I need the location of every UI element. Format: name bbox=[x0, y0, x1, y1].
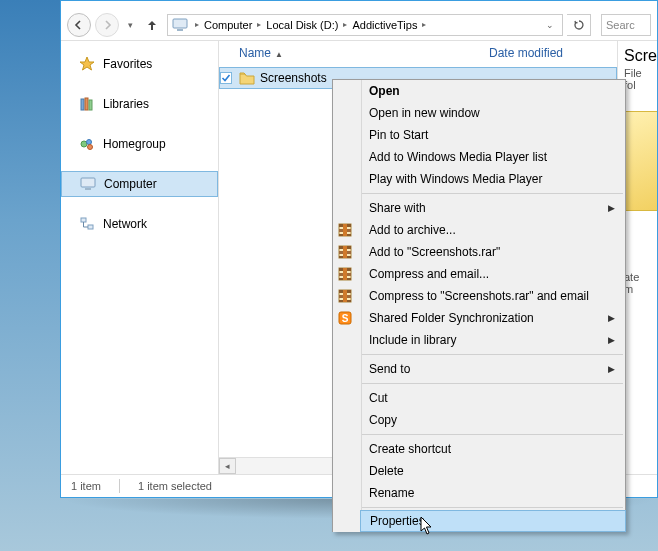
column-headers: Name▲ Date modified bbox=[219, 41, 617, 65]
svg-point-6 bbox=[87, 140, 92, 145]
menu-item-rename[interactable]: Rename bbox=[361, 482, 625, 504]
sidebar-item-label: Network bbox=[103, 217, 147, 231]
menu-item-label: Add to Windows Media Player list bbox=[369, 150, 547, 164]
menu-item-label: Send to bbox=[369, 362, 410, 376]
svg-rect-27 bbox=[343, 268, 347, 280]
history-dropdown[interactable]: ▾ bbox=[123, 20, 137, 30]
sort-indicator-icon: ▲ bbox=[271, 50, 287, 59]
sidebar-item-label: Computer bbox=[104, 177, 157, 191]
menu-item-play-with-windows-media-player[interactable]: Play with Windows Media Player bbox=[361, 168, 625, 190]
svg-rect-22 bbox=[343, 246, 347, 258]
menu-item-label: Share with bbox=[369, 201, 426, 215]
sidebar-item-libraries[interactable]: Libraries bbox=[61, 91, 218, 117]
menu-item-copy[interactable]: Copy bbox=[361, 409, 625, 431]
menu-item-label: Compress and email... bbox=[369, 267, 489, 281]
menu-item-shared-folder-synchronization[interactable]: Shared Folder Synchronization▶S bbox=[361, 307, 625, 329]
svg-rect-32 bbox=[343, 290, 347, 302]
status-selection: 1 item selected bbox=[138, 480, 212, 492]
menu-item-share-with[interactable]: Share with▶ bbox=[361, 197, 625, 219]
refresh-button[interactable] bbox=[567, 14, 591, 36]
sidebar-item-label: Libraries bbox=[103, 97, 149, 111]
menu-item-open[interactable]: Open bbox=[361, 80, 625, 102]
menu-item-label: Open bbox=[369, 84, 400, 98]
svg-rect-1 bbox=[177, 29, 183, 31]
menu-item-include-in-library[interactable]: Include in library▶ bbox=[361, 329, 625, 351]
context-menu: OpenOpen in new windowPin to StartAdd to… bbox=[332, 79, 626, 532]
status-item-count: 1 item bbox=[71, 480, 101, 492]
sidebar-item-computer[interactable]: Computer bbox=[61, 171, 218, 197]
menu-item-label: Add to archive... bbox=[369, 223, 456, 237]
details-thumbnail bbox=[624, 111, 657, 211]
menu-item-compress-and-email[interactable]: Compress and email... bbox=[361, 263, 625, 285]
sidebar-item-network[interactable]: Network bbox=[61, 211, 218, 237]
sidebar-item-homegroup[interactable]: Homegroup bbox=[61, 131, 218, 157]
star-icon bbox=[79, 56, 95, 72]
sidebar-item-label: Favorites bbox=[103, 57, 152, 71]
details-title: Scree bbox=[624, 47, 651, 65]
checkbox[interactable] bbox=[220, 72, 238, 84]
menu-item-add-to-windows-media-player-list[interactable]: Add to Windows Media Player list bbox=[361, 146, 625, 168]
menu-separator bbox=[361, 354, 623, 355]
network-icon bbox=[79, 216, 95, 232]
submenu-arrow-icon: ▶ bbox=[608, 335, 615, 345]
menu-item-label: Include in library bbox=[369, 333, 456, 347]
breadcrumb-computer[interactable]: Computer bbox=[202, 19, 254, 31]
menu-item-open-in-new-window[interactable]: Open in new window bbox=[361, 102, 625, 124]
svg-point-7 bbox=[88, 145, 93, 150]
up-button[interactable] bbox=[141, 14, 163, 36]
column-name[interactable]: Name▲ bbox=[239, 46, 489, 60]
sidebar-item-favorites[interactable]: Favorites bbox=[61, 51, 218, 77]
menu-item-delete[interactable]: Delete bbox=[361, 460, 625, 482]
computer-icon bbox=[172, 17, 188, 33]
menu-separator bbox=[361, 383, 623, 384]
menu-separator bbox=[361, 507, 623, 508]
svg-rect-12 bbox=[221, 73, 232, 84]
chevron-right-icon: ▸ bbox=[340, 20, 350, 29]
menu-item-create-shortcut[interactable]: Create shortcut bbox=[361, 438, 625, 460]
archive-icon bbox=[337, 222, 353, 238]
menu-item-add-to-archive[interactable]: Add to archive... bbox=[361, 219, 625, 241]
svg-text:S: S bbox=[342, 313, 349, 324]
computer-icon bbox=[80, 176, 96, 192]
menu-item-send-to[interactable]: Send to▶ bbox=[361, 358, 625, 380]
menu-item-pin-to-start[interactable]: Pin to Start bbox=[361, 124, 625, 146]
menu-item-cut[interactable]: Cut bbox=[361, 387, 625, 409]
search-input[interactable]: Searc bbox=[601, 14, 651, 36]
address-dropdown[interactable]: ⌄ bbox=[542, 20, 558, 30]
svg-rect-0 bbox=[173, 19, 187, 28]
scroll-left-button[interactable]: ◂ bbox=[219, 458, 236, 474]
address-bar[interactable]: ▸ Computer ▸ Local Disk (D:) ▸ Addictive… bbox=[167, 14, 563, 36]
menu-item-properties[interactable]: Properties bbox=[360, 510, 626, 532]
menu-item-label: Pin to Start bbox=[369, 128, 428, 142]
archive-icon bbox=[337, 288, 353, 304]
column-date[interactable]: Date modified bbox=[489, 46, 563, 60]
svg-rect-3 bbox=[85, 98, 88, 110]
libraries-icon bbox=[79, 96, 95, 112]
menu-item-label: Copy bbox=[369, 413, 397, 427]
sidebar-item-label: Homegroup bbox=[103, 137, 166, 151]
back-button[interactable] bbox=[67, 13, 91, 37]
svg-rect-4 bbox=[89, 100, 92, 110]
menu-item-add-to-screenshots-rar[interactable]: Add to "Screenshots.rar" bbox=[361, 241, 625, 263]
folder-icon bbox=[238, 70, 256, 86]
submenu-arrow-icon: ▶ bbox=[608, 313, 615, 323]
svg-rect-8 bbox=[81, 178, 95, 187]
svg-rect-2 bbox=[81, 99, 84, 110]
toolbar: ▾ ▸ Computer ▸ Local Disk (D:) ▸ Addicti… bbox=[61, 9, 657, 41]
archive-icon bbox=[337, 244, 353, 260]
menu-item-label: Cut bbox=[369, 391, 388, 405]
menu-item-label: Play with Windows Media Player bbox=[369, 172, 542, 186]
sync-icon: S bbox=[337, 310, 353, 326]
menu-item-label: Add to "Screenshots.rar" bbox=[369, 245, 500, 259]
menu-item-label: Rename bbox=[369, 486, 414, 500]
breadcrumb-folder[interactable]: AddictiveTips bbox=[350, 19, 419, 31]
menu-item-compress-to-screenshots-rar-and-email[interactable]: Compress to "Screenshots.rar" and email bbox=[361, 285, 625, 307]
menu-item-label: Properties bbox=[370, 514, 425, 528]
breadcrumb-disk[interactable]: Local Disk (D:) bbox=[264, 19, 340, 31]
menu-item-label: Compress to "Screenshots.rar" and email bbox=[369, 289, 589, 303]
forward-button[interactable] bbox=[95, 13, 119, 37]
menu-item-label: Open in new window bbox=[369, 106, 480, 120]
svg-rect-11 bbox=[88, 225, 93, 229]
svg-rect-17 bbox=[343, 224, 347, 236]
titlebar bbox=[61, 1, 657, 9]
